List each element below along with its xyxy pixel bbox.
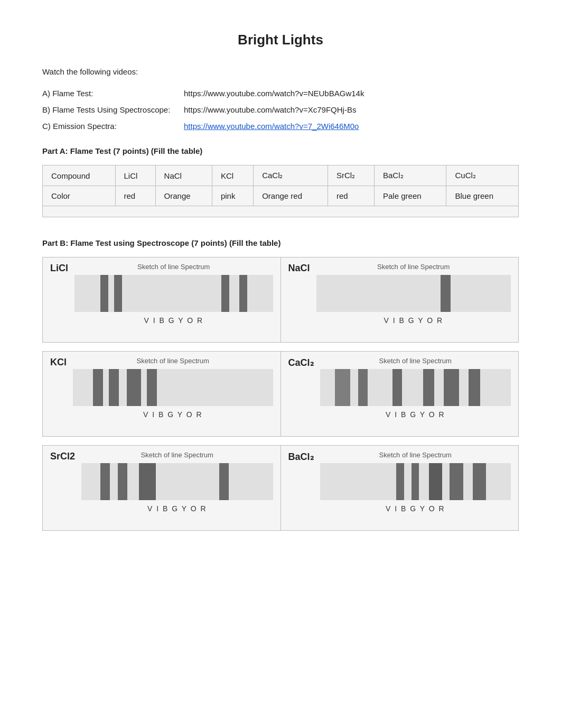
table-row-header: Compound LiCl NaCl KCl CaCl₂ SrCl₂ BaCl₂… bbox=[43, 165, 519, 186]
spectrum-row-2: KCl Sketch of line Spectrum V I B G Y O … bbox=[42, 351, 519, 437]
color-licl: red bbox=[115, 186, 155, 206]
srcl2-spectrum-area bbox=[81, 463, 273, 500]
video-a-url: https://www.youtube.com/watch?v=NEUbBAGw… bbox=[184, 89, 364, 98]
table-row-empty bbox=[43, 206, 519, 217]
cacl2-label: CaCl₂ bbox=[288, 357, 314, 368]
video-item-b: B) Flame Tests Using Spectroscope: https… bbox=[42, 105, 519, 114]
color-cucl2: Blue green bbox=[446, 186, 519, 206]
spectrum-bacl2: BaCl₂ Sketch of line Spectrum V I B G Y … bbox=[281, 446, 519, 530]
kcl-label: KCl bbox=[50, 357, 67, 368]
col-nacl: NaCl bbox=[155, 165, 212, 186]
part-b-heading: Part B: Flame Test using Spectroscope (7… bbox=[42, 238, 519, 247]
bacl2-label: BaCl₂ bbox=[288, 451, 314, 463]
color-cacl2: Orange red bbox=[254, 186, 328, 206]
col-cacl2: CaCl₂ bbox=[254, 165, 328, 186]
spectrum-row-3: SrCl2 Sketch of line Spectrum V I B G Y … bbox=[42, 445, 519, 531]
part-a-heading: Part A: Flame Test (7 points) (Fill the … bbox=[42, 146, 519, 155]
licl-spectrum-title: Sketch of line Spectrum bbox=[74, 263, 273, 271]
nacl-label: NaCl bbox=[288, 263, 310, 274]
part-b-grid: LiCl Sketch of line Spectrum V I B G Y O… bbox=[42, 257, 519, 531]
licl-vibgyor: V I B G Y O R bbox=[74, 316, 273, 325]
srcl2-label: SrCl2 bbox=[50, 451, 75, 462]
bacl2-vibgyor: V I B G Y O R bbox=[320, 504, 511, 513]
spectrum-nacl: NaCl Sketch of line Spectrum V I B G Y O… bbox=[281, 257, 519, 342]
nacl-vibgyor: V I B G Y O R bbox=[316, 316, 511, 325]
col-compound: Compound bbox=[43, 165, 116, 186]
col-cucl2: CuCl₂ bbox=[446, 165, 519, 186]
color-kcl: pink bbox=[212, 186, 253, 206]
nacl-spectrum-title: Sketch of line Spectrum bbox=[316, 263, 511, 271]
video-c-url[interactable]: https://www.youtube.com/watch?v=7_2Wi646… bbox=[184, 122, 359, 131]
licl-spectrum-area bbox=[74, 275, 273, 312]
col-srcl2: SrCl₂ bbox=[328, 165, 374, 186]
video-b-label: B) Flame Tests Using Spectroscope: bbox=[42, 105, 180, 114]
col-licl: LiCl bbox=[115, 165, 155, 186]
kcl-vibgyor: V I B G Y O R bbox=[73, 410, 273, 419]
bacl2-spectrum-title: Sketch of line Spectrum bbox=[320, 451, 511, 459]
spectrum-row-1: LiCl Sketch of line Spectrum V I B G Y O… bbox=[42, 257, 519, 343]
video-b-url: https://www.youtube.com/watch?v=Xc79FQHj… bbox=[184, 105, 356, 114]
video-item-c: C) Emission Spectra: https://www.youtube… bbox=[42, 122, 519, 131]
spectrum-srcl2: SrCl2 Sketch of line Spectrum V I B G Y … bbox=[43, 446, 281, 530]
nacl-spectrum-area bbox=[316, 275, 511, 312]
color-srcl2: red bbox=[328, 186, 374, 206]
intro-text: Watch the following videos: bbox=[42, 67, 519, 76]
col-kcl: KCl bbox=[212, 165, 253, 186]
color-bacl2: Pale green bbox=[375, 186, 446, 206]
video-list: A) Flame Test: https://www.youtube.com/w… bbox=[42, 89, 519, 131]
video-item-a: A) Flame Test: https://www.youtube.com/w… bbox=[42, 89, 519, 98]
video-c-label: C) Emission Spectra: bbox=[42, 122, 180, 131]
row-label-color: Color bbox=[43, 186, 116, 206]
video-a-label: A) Flame Test: bbox=[42, 89, 180, 98]
cacl2-spectrum-title: Sketch of line Spectrum bbox=[320, 357, 511, 365]
spectrum-kcl: KCl Sketch of line Spectrum V I B G Y O … bbox=[43, 352, 281, 436]
kcl-spectrum-area bbox=[73, 369, 273, 406]
cacl2-spectrum-area bbox=[320, 369, 511, 406]
spectrum-cacl2: CaCl₂ Sketch of line Spectrum V I B G Y … bbox=[281, 352, 519, 436]
page-title: Bright Lights bbox=[42, 32, 519, 48]
srcl2-vibgyor: V I B G Y O R bbox=[81, 504, 273, 513]
table-row-colors: Color red Orange pink Orange red red Pal… bbox=[43, 186, 519, 206]
bacl2-spectrum-area bbox=[320, 463, 511, 500]
kcl-spectrum-title: Sketch of line Spectrum bbox=[73, 357, 273, 365]
cacl2-vibgyor: V I B G Y O R bbox=[320, 410, 511, 419]
spectrum-licl: LiCl Sketch of line Spectrum V I B G Y O… bbox=[43, 257, 281, 342]
part-a-table: Compound LiCl NaCl KCl CaCl₂ SrCl₂ BaCl₂… bbox=[42, 165, 519, 217]
col-bacl2: BaCl₂ bbox=[375, 165, 446, 186]
licl-label: LiCl bbox=[50, 263, 68, 274]
srcl2-spectrum-title: Sketch of line Spectrum bbox=[81, 451, 273, 459]
color-nacl: Orange bbox=[155, 186, 212, 206]
